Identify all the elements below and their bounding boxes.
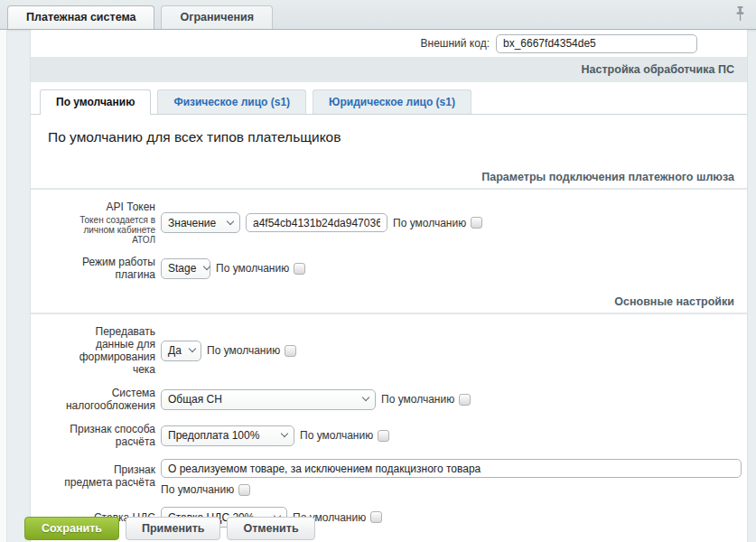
external-code-row: Внешний код: bbox=[31, 30, 747, 57]
tab-default[interactable]: По умолчанию bbox=[40, 89, 151, 115]
default-checkbox-label: По умолчанию bbox=[207, 344, 280, 357]
default-checkbox-label: По умолчанию bbox=[161, 483, 234, 496]
field-row-send-check-data: Передавать данные для формирования чека … bbox=[31, 325, 747, 376]
footer-buttons: Сохранить Применить Отменить bbox=[24, 517, 315, 540]
api-token-default-checkbox[interactable] bbox=[471, 217, 482, 229]
external-code-label: Внешний код: bbox=[421, 37, 490, 50]
payment-subject-sign-input[interactable] bbox=[161, 459, 742, 478]
save-button[interactable]: Сохранить bbox=[24, 517, 119, 540]
chevron-down-icon bbox=[227, 217, 234, 224]
api-token-note: Токен создается в личном кабинете АТОЛ bbox=[63, 215, 155, 245]
gateway-section-header: Параметры подключения платежного шлюза bbox=[31, 171, 747, 190]
field-row-payment-method-sign: Признак способа расчёта Предоплата 100% … bbox=[31, 423, 747, 448]
api-token-input[interactable] bbox=[246, 213, 387, 232]
plugin-mode-value: Stage bbox=[168, 262, 196, 275]
api-token-label: API Токен Токен создается в личном кабин… bbox=[63, 201, 155, 245]
field-row-plugin-mode: Режим работы плагина Stage По умолчанию bbox=[31, 256, 747, 281]
send-check-data-select[interactable]: Да bbox=[161, 341, 201, 361]
default-checkbox-label: По умолчанию bbox=[393, 217, 466, 229]
cancel-button[interactable]: Отменить bbox=[227, 517, 314, 540]
payment-system-panel: Внешний код: Настройка обработчика ПС По… bbox=[30, 30, 748, 542]
tax-system-select[interactable]: Общая СН bbox=[161, 389, 376, 410]
profile-tab-bar: По умолчанию Физическое лицо (s1) Юридич… bbox=[31, 82, 747, 115]
field-row-tax-system: Система налогообложения Общая СН По умол… bbox=[31, 387, 747, 412]
send-check-data-label: Передавать данные для формирования чека bbox=[63, 325, 155, 376]
api-token-label-text: API Токен bbox=[63, 201, 155, 213]
window-tab-bar: Платежная система Ограничения bbox=[0, 0, 756, 30]
payment-subject-sign-default-checkbox[interactable] bbox=[238, 484, 250, 496]
field-row-payment-subject-sign: Признак предмета расчёта По умолчанию bbox=[31, 459, 747, 496]
api-token-mode-select[interactable]: Значение bbox=[161, 212, 240, 233]
chevron-down-icon bbox=[203, 263, 210, 270]
tab-payment-system[interactable]: Платежная система bbox=[7, 5, 154, 29]
plugin-mode-default-checkbox[interactable] bbox=[294, 263, 305, 275]
payment-method-sign-label: Признак способа расчёта bbox=[63, 423, 155, 448]
default-checkbox-label: По умолчанию bbox=[300, 429, 373, 442]
default-checkbox-label: По умолчанию bbox=[381, 393, 454, 406]
tab-legal-entity[interactable]: Юридическое лицо (s1) bbox=[313, 89, 471, 114]
apply-button[interactable]: Применить bbox=[126, 517, 221, 540]
payment-subject-sign-label: Признак предмета расчёта bbox=[63, 459, 155, 489]
tab-individual[interactable]: Физическое лицо (s1) bbox=[157, 89, 306, 114]
page-left-gutter bbox=[0, 30, 7, 542]
main-section-header: Основные настройки bbox=[31, 295, 747, 314]
tax-system-value: Общая СН bbox=[168, 393, 222, 406]
send-check-data-value: Да bbox=[168, 344, 182, 357]
tab-restrictions[interactable]: Ограничения bbox=[161, 5, 273, 29]
api-token-mode-value: Значение bbox=[168, 217, 216, 229]
default-checkbox-label: По умолчанию bbox=[216, 262, 289, 275]
plugin-mode-label: Режим работы плагина bbox=[63, 256, 155, 281]
chevron-down-icon bbox=[189, 345, 196, 352]
pushpin-icon[interactable] bbox=[734, 6, 746, 24]
tab-content: По умолчанию для всех типов плательщиков… bbox=[31, 115, 747, 542]
external-code-input[interactable] bbox=[496, 34, 697, 53]
send-check-data-default-checkbox[interactable] bbox=[285, 345, 296, 357]
tax-system-label: Система налогообложения bbox=[63, 387, 155, 412]
chevron-down-icon bbox=[362, 394, 369, 401]
chevron-down-icon bbox=[281, 430, 288, 437]
payment-method-sign-default-checkbox[interactable] bbox=[378, 430, 389, 442]
page-title: По умолчанию для всех типов плательщиков bbox=[48, 129, 747, 145]
tax-system-default-checkbox[interactable] bbox=[459, 394, 471, 406]
vat-rate-default-checkbox[interactable] bbox=[370, 511, 382, 523]
field-row-api-token: API Токен Токен создается в личном кабин… bbox=[31, 201, 747, 245]
plugin-mode-select[interactable]: Stage bbox=[161, 258, 210, 279]
payment-method-sign-value: Предоплата 100% bbox=[168, 429, 259, 442]
handler-settings-header: Настройка обработчика ПС bbox=[31, 57, 747, 82]
payment-method-sign-select[interactable]: Предоплата 100% bbox=[161, 425, 294, 446]
